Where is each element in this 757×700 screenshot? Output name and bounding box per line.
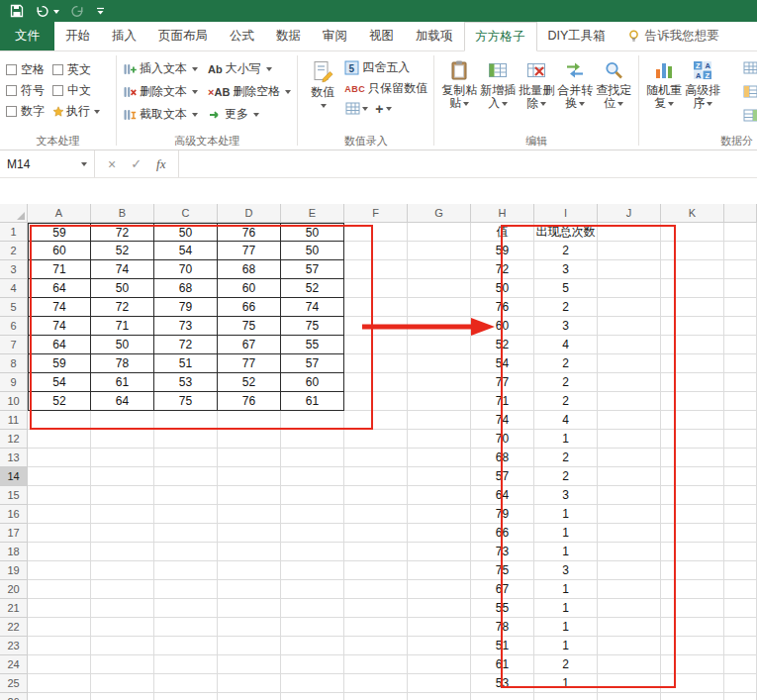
- cell-J3[interactable]: [598, 260, 661, 279]
- cell-C26[interactable]: [154, 693, 218, 700]
- cell-E19[interactable]: [281, 561, 344, 580]
- cell-D11[interactable]: [218, 411, 281, 430]
- cell-A23[interactable]: [28, 637, 91, 655]
- tab-file[interactable]: 文件: [0, 22, 54, 50]
- cell-F15[interactable]: [344, 486, 408, 505]
- cell-K20[interactable]: [661, 580, 724, 599]
- cell-G13[interactable]: [408, 449, 471, 467]
- cell-B6[interactable]: 71: [91, 317, 154, 336]
- rounding-button[interactable]: 5 四舍五入: [344, 59, 427, 76]
- cell-G4[interactable]: [408, 279, 471, 298]
- cell-I15[interactable]: 3: [534, 486, 598, 505]
- cell-K21[interactable]: [661, 599, 724, 618]
- cell-B11[interactable]: [91, 411, 154, 430]
- cell-G25[interactable]: [408, 674, 471, 693]
- cell-B2[interactable]: 52: [91, 242, 154, 260]
- cell-D19[interactable]: [218, 561, 281, 580]
- cell-I22[interactable]: 1: [534, 618, 598, 637]
- select-all-button[interactable]: [0, 204, 28, 223]
- column-header-E[interactable]: E: [281, 204, 344, 223]
- cell-A26[interactable]: [28, 693, 91, 700]
- cell-J15[interactable]: [598, 486, 661, 505]
- tab-add-ins[interactable]: 加载项: [405, 22, 464, 50]
- cell-G12[interactable]: [408, 430, 471, 449]
- cell-A2[interactable]: 60: [28, 242, 91, 260]
- cell-E24[interactable]: [281, 655, 344, 674]
- cell-B7[interactable]: 50: [91, 336, 154, 354]
- cell-I6[interactable]: 3: [534, 317, 598, 336]
- cell-H13[interactable]: 68: [471, 449, 534, 467]
- cell-K7[interactable]: [661, 336, 724, 354]
- cell-G10[interactable]: [408, 392, 471, 411]
- cell-A20[interactable]: [28, 580, 91, 599]
- cell-E8[interactable]: 57: [281, 354, 344, 373]
- cell-F20[interactable]: [344, 580, 408, 599]
- change-case-button[interactable]: Ab 大小写: [208, 60, 291, 77]
- copy-paste-button[interactable]: 复制粘贴: [440, 55, 478, 110]
- cell-A15[interactable]: [28, 486, 91, 505]
- cell-A7[interactable]: 64: [28, 336, 91, 354]
- cell-H11[interactable]: 74: [471, 411, 534, 430]
- keep-numbers-button[interactable]: ABC 只保留数值: [344, 80, 427, 97]
- cell-D8[interactable]: 77: [218, 354, 281, 373]
- cell-K14[interactable]: [661, 467, 724, 486]
- cell-G11[interactable]: [408, 411, 471, 430]
- cell-B16[interactable]: [91, 505, 154, 524]
- cell-C6[interactable]: 73: [154, 317, 218, 336]
- cell-H23[interactable]: 51: [471, 637, 534, 655]
- checkbox-english[interactable]: 英文: [52, 61, 110, 78]
- cell-B5[interactable]: 72: [91, 298, 154, 317]
- cell-J22[interactable]: [598, 618, 661, 637]
- cell-J19[interactable]: [598, 561, 661, 580]
- cell-B24[interactable]: [91, 655, 154, 674]
- cell-I3[interactable]: 3: [534, 260, 598, 279]
- cell-C10[interactable]: 75: [154, 392, 218, 411]
- cell-H20[interactable]: 67: [471, 580, 534, 599]
- cell-G6[interactable]: [408, 317, 471, 336]
- row-header-25[interactable]: 25: [0, 674, 28, 693]
- cell-H9[interactable]: 77: [471, 373, 534, 392]
- cell-K19[interactable]: [661, 561, 724, 580]
- tab-diy-toolbox[interactable]: DIY工具箱: [537, 22, 616, 50]
- cell-F13[interactable]: [344, 449, 408, 467]
- cell-I7[interactable]: 4: [534, 336, 598, 354]
- cell-I4[interactable]: 5: [534, 279, 598, 298]
- cell-D18[interactable]: [218, 543, 281, 561]
- cell-I19[interactable]: 3: [534, 561, 598, 580]
- tab-page-layout[interactable]: 页面布局: [147, 22, 219, 50]
- save-button[interactable]: [10, 4, 24, 18]
- cell-G21[interactable]: [408, 599, 471, 618]
- cell-D4[interactable]: 60: [218, 279, 281, 298]
- cell-D16[interactable]: [218, 505, 281, 524]
- cell-J18[interactable]: [598, 543, 661, 561]
- cell-G7[interactable]: [408, 336, 471, 354]
- cell-B4[interactable]: 50: [91, 279, 154, 298]
- tab-data[interactable]: 数据: [265, 22, 312, 50]
- cell-F18[interactable]: [344, 543, 408, 561]
- cell-C17[interactable]: [154, 524, 218, 543]
- cell-H5[interactable]: 76: [471, 298, 534, 317]
- cell-D2[interactable]: 77: [218, 242, 281, 260]
- cell-G3[interactable]: [408, 260, 471, 279]
- cell-K4[interactable]: [661, 279, 724, 298]
- cell-C15[interactable]: [154, 486, 218, 505]
- cell-F6[interactable]: [344, 317, 408, 336]
- name-box[interactable]: M14: [0, 150, 95, 177]
- cell-A9[interactable]: 54: [28, 373, 91, 392]
- cell-H18[interactable]: 73: [471, 543, 534, 561]
- batch-delete-button[interactable]: 批量删除: [518, 55, 555, 110]
- cell-D25[interactable]: [218, 674, 281, 693]
- cell-E1[interactable]: 50: [281, 223, 344, 242]
- cell-A3[interactable]: 71: [28, 260, 91, 279]
- cell-D24[interactable]: [218, 655, 281, 674]
- cell-I13[interactable]: 2: [534, 449, 598, 467]
- cell-K26[interactable]: [661, 693, 724, 700]
- numeric-entry-button[interactable]: 数值: [304, 55, 341, 116]
- cell-C24[interactable]: [154, 655, 218, 674]
- cell-J25[interactable]: [598, 674, 661, 693]
- cell-F17[interactable]: [344, 524, 408, 543]
- cell-D9[interactable]: 52: [218, 373, 281, 392]
- cell-F2[interactable]: [344, 242, 408, 260]
- cell-F5[interactable]: [344, 298, 408, 317]
- cell-K15[interactable]: [661, 486, 724, 505]
